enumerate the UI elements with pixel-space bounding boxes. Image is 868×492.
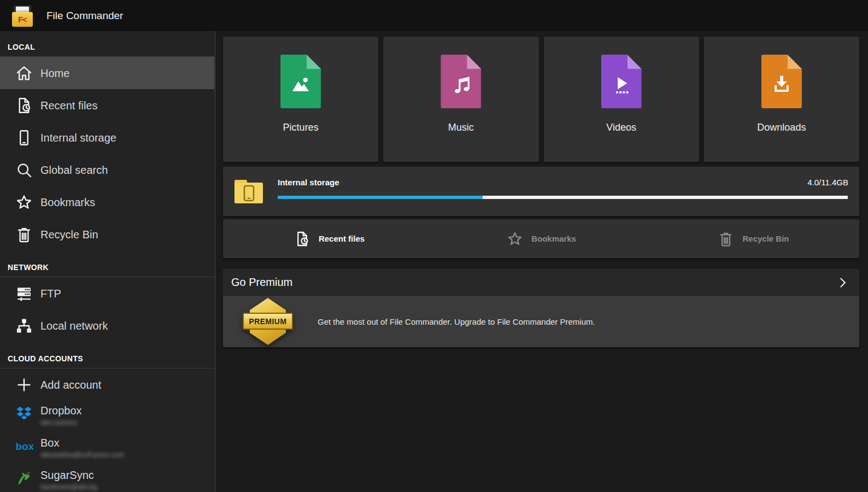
shortcut-recent-files[interactable]: Recent files [223, 230, 435, 248]
home-icon [15, 64, 33, 83]
category-card-label: Music [448, 122, 474, 133]
sidebar-item-label: Recycle Bin [40, 229, 98, 241]
music-file-icon [441, 55, 481, 108]
category-card-pictures[interactable]: Pictures [223, 37, 378, 162]
category-card-downloads[interactable]: Downloads [704, 37, 859, 162]
navigation-sidebar: LOCAL Home Recent files Internal storage [0, 31, 216, 492]
folder-phone-icon [233, 176, 265, 206]
phone-icon [15, 128, 33, 147]
top-app-bar: F< File Commander [0, 0, 868, 31]
shortcut-label: Bookmarks [531, 234, 576, 243]
sidebar-item-label: Internal storage [40, 132, 116, 144]
trash-icon [717, 230, 735, 248]
page-fold [307, 55, 321, 69]
shortcut-label: Recycle Bin [742, 234, 789, 243]
storage-progress-bar [278, 196, 848, 199]
sidebar-item-label: Add account [40, 379, 101, 391]
sidebar-item-label: Box [40, 437, 124, 449]
internal-storage-panel[interactable]: Internal storage 4.0/11.4GB [223, 167, 859, 216]
page-fold [788, 55, 802, 69]
svg-text:box: box [15, 441, 33, 452]
account-subtitle-blurred: alex.ivanova [40, 419, 82, 426]
storage-usage-text: 4.0/11.4GB [807, 178, 848, 187]
category-card-videos[interactable]: Videos [544, 37, 699, 162]
shortcut-bookmarks[interactable]: Bookmarks [435, 230, 647, 248]
download-glyph-icon [769, 72, 794, 97]
page-fold [627, 55, 642, 69]
video-glyph-icon [609, 72, 634, 97]
box-icon: box [15, 437, 33, 455]
pictures-file-icon [280, 55, 321, 108]
shortcut-recycle-bin[interactable]: Recycle Bin [647, 230, 859, 248]
storage-progress-fill [278, 196, 483, 199]
app-logo-paper [16, 7, 29, 12]
sidebar-item-label: Global search [40, 164, 108, 176]
trash-icon [15, 225, 33, 244]
network-icon [15, 317, 33, 335]
videos-file-icon [601, 55, 642, 108]
sugarsync-icon [15, 469, 33, 488]
premium-badge-icon: PREMIUM [243, 298, 293, 345]
main-content: Pictures Music Videos Downloads [223, 31, 859, 492]
go-premium-header[interactable]: Go Premium [223, 269, 859, 296]
sidebar-item-label: Local network [40, 320, 108, 332]
sidebar-item-recent-files[interactable]: Recent files [0, 89, 214, 121]
category-card-music[interactable]: Music [383, 37, 538, 162]
premium-description: Get the most out of File Commander. Upgr… [318, 317, 595, 326]
sidebar-section-network: NETWORK [0, 250, 214, 277]
sidebar-item-label: Home [40, 67, 69, 79]
sidebar-item-label: FTP [40, 288, 61, 300]
dropbox-icon [15, 405, 33, 423]
sidebar-item-internal-storage[interactable]: Internal storage [0, 121, 214, 154]
account-subtitle-blurred: kamilovich@abv.bg [40, 483, 97, 491]
downloads-file-icon [761, 55, 802, 108]
sidebar-item-global-search[interactable]: Global search [0, 154, 214, 186]
premium-badge-ribbon: PREMIUM [243, 313, 293, 330]
category-card-label: Downloads [757, 122, 806, 133]
category-cards: Pictures Music Videos Downloads [223, 37, 859, 162]
shortcut-label: Recent files [319, 234, 365, 243]
app-logo-folder: F< [12, 12, 33, 27]
app-logo-icon: F< [12, 5, 33, 27]
sidebar-item-label: Dropbox [40, 405, 82, 417]
app-title: File Commander [46, 10, 123, 22]
search-icon [15, 161, 33, 179]
page-fold [467, 55, 481, 69]
storage-label: Internal storage [278, 178, 339, 187]
sidebar-item-ftp[interactable]: FTP [0, 277, 214, 309]
sidebar-item-recycle-bin[interactable]: Recycle Bin [0, 218, 214, 250]
category-card-label: Pictures [283, 122, 319, 133]
plus-icon [15, 376, 33, 394]
recent-icon [15, 96, 33, 115]
sidebar-item-add-account[interactable]: Add account [0, 368, 214, 401]
music-glyph-icon [448, 72, 473, 97]
sidebar-section-local: LOCAL [0, 31, 214, 57]
sidebar-item-dropbox[interactable]: Dropbox alex.ivanova [0, 401, 214, 433]
go-premium-banner[interactable]: PREMIUM Get the most out of File Command… [223, 296, 859, 347]
sidebar-item-label: SugarSync [40, 469, 97, 481]
category-card-label: Videos [606, 122, 636, 133]
star-icon [15, 193, 33, 212]
shortcuts-panel: Recent files Bookmarks Recycle Bin [223, 219, 859, 258]
sidebar-item-home[interactable]: Home [0, 57, 214, 89]
account-subtitle-blurred: alexandrina@soft-press.com [40, 451, 124, 459]
ftp-icon [15, 284, 33, 303]
sidebar-item-local-network[interactable]: Local network [0, 309, 214, 342]
sidebar-item-bookmarks[interactable]: Bookmarks [0, 186, 214, 218]
go-premium-title: Go Premium [231, 276, 835, 289]
star-icon [506, 230, 524, 248]
sidebar-item-box[interactable]: box Box alexandrina@soft-press.com [0, 433, 214, 465]
image-glyph-icon [288, 72, 313, 97]
sidebar-section-cloud-accounts: CLOUD ACCOUNTS [0, 342, 214, 368]
recent-icon [294, 230, 311, 248]
sidebar-item-sugarsync[interactable]: SugarSync kamilovich@abv.bg [0, 465, 214, 492]
sidebar-item-label: Bookmarks [40, 196, 95, 208]
chevron-right-icon [835, 276, 849, 290]
sidebar-item-label: Recent files [40, 99, 98, 112]
